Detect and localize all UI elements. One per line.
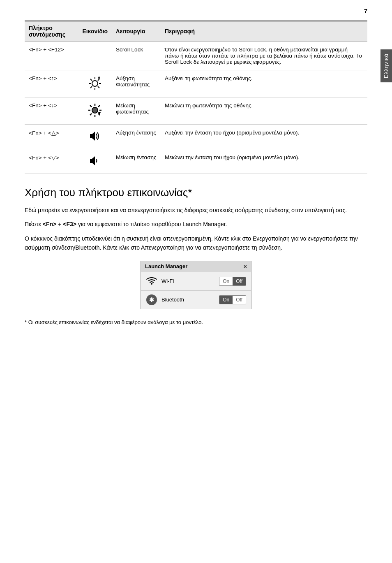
lm-wifi-row: Wi-Fi On Off <box>141 272 251 291</box>
lm-bluetooth-off-button[interactable]: Off <box>233 296 246 304</box>
side-tab-language: Ελληνικά <box>380 49 392 82</box>
col-header-function: Λειτουργία <box>112 21 161 42</box>
launch-manager-dialog: Launch Manager × Wi-Fi On Off <box>141 261 251 309</box>
svg-point-22 <box>151 283 152 285</box>
description-cell: Μειώνει την ένταση του ήχου (ορισμένα μο… <box>161 149 367 174</box>
shortcut-cell: <Fn> + <△> <box>25 125 78 149</box>
function-cell: Αύξηση έντασης <box>112 125 161 149</box>
function-cell: Μείωση έντασης <box>112 149 161 174</box>
lm-wifi-toggle[interactable]: On Off <box>219 277 246 286</box>
dialog-wrapper: Launch Manager × Wi-Fi On Off <box>25 261 367 309</box>
icon-cell <box>78 70 112 97</box>
shortcut-cell: <Fn> + <↓> <box>25 97 78 125</box>
svg-point-10 <box>92 107 98 113</box>
description-cell: Όταν είναι ενεργοποιημένο το Scroll Lock… <box>161 42 367 70</box>
description-cell: Αυξάνει την ένταση του ήχου (ορισμένα μο… <box>161 125 367 149</box>
launch-manager-close-button[interactable]: × <box>244 263 247 270</box>
svg-marker-20 <box>90 132 95 141</box>
svg-line-18 <box>90 114 92 115</box>
section-para-1: Εδώ μπορείτε να ενεργοποιήσετε και να απ… <box>25 206 367 215</box>
launch-manager-titlebar: Launch Manager × <box>141 261 251 272</box>
svg-line-8 <box>90 86 92 88</box>
col-header-icon: Εικονίδιο <box>78 21 112 42</box>
shortcut-cell: <Fn> + <F12> <box>25 42 78 70</box>
svg-marker-9 <box>98 76 100 79</box>
description-cell: Αυξάνει τη φωτεινότητα της οθόνης. <box>161 70 367 97</box>
icon-cell <box>78 42 112 70</box>
col-header-description: Περιγραφή <box>161 21 367 42</box>
icon-cell <box>78 125 112 149</box>
lm-bluetooth-row: ✱ Bluetooth On Off <box>141 291 251 309</box>
svg-point-0 <box>92 81 98 86</box>
lm-wifi-off-button[interactable]: Off <box>233 277 246 285</box>
table-row: <Fn> + <↑> <box>25 70 367 97</box>
brightness-down-icon <box>87 102 103 118</box>
lm-bluetooth-on-button[interactable]: On <box>219 296 233 304</box>
volume-down-icon <box>88 154 101 167</box>
col-header-shortcut: Πλήκτρο συντόμευσης <box>25 21 78 42</box>
svg-marker-21 <box>90 156 95 165</box>
table-row: <Fn> + <F12> Scroll Lock Όταν είναι ενερ… <box>25 42 367 70</box>
function-cell: Αύξηση Φωτεινότητας <box>112 70 161 97</box>
icon-cell <box>78 97 112 125</box>
launch-manager-title: Launch Manager <box>145 263 187 269</box>
bluetooth-icon: ✱ <box>146 294 157 306</box>
lm-bluetooth-toggle[interactable]: On Off <box>219 295 246 304</box>
shortcut-cell: <Fn> + <▽> <box>25 149 78 174</box>
page-number: 7 <box>364 7 367 14</box>
section-para-2: Πιέστε <Fn> + <F3> για να εμφανιστεί το … <box>25 220 367 229</box>
table-row: <Fn> + <△> Αύξηση έντασης Αυξάνει την έν… <box>25 125 367 149</box>
volume-up-icon <box>88 130 101 143</box>
description-cell: Μειώνει τη φωτεινότητα της οθόνης. <box>161 97 367 125</box>
wifi-icon <box>146 276 157 287</box>
table-row: <Fn> + <↓> <box>25 97 367 125</box>
svg-line-5 <box>90 79 92 81</box>
table-row: <Fn> + <▽> Μείωση έντασης Μειώνει την έν… <box>25 149 367 174</box>
footnote: * Οι συσκευές επικοινωνίας ενδέχεται να … <box>25 319 367 325</box>
brightness-up-icon <box>87 75 103 91</box>
section-para-3: Ο κόκκινος διακόπτης υποδεικνύει ότι η σ… <box>25 234 367 253</box>
svg-line-6 <box>98 86 99 88</box>
bluetooth-symbol: ✱ <box>146 294 157 305</box>
section-title: Χρήση του πλήκτρου επικοινωνίας* <box>25 186 367 199</box>
svg-line-17 <box>98 105 100 107</box>
svg-line-15 <box>90 105 92 107</box>
lm-wifi-label: Wi-Fi <box>161 278 215 284</box>
function-cell: Scroll Lock <box>112 42 161 70</box>
shortcut-table: Πλήκτρο συντόμευσης Εικονίδιο Λειτουργία… <box>25 21 367 174</box>
function-cell: Μείωση φωτεινότητας <box>112 97 161 125</box>
svg-line-7 <box>98 79 99 81</box>
lm-bluetooth-label: Bluetooth <box>161 297 215 303</box>
shortcut-cell: <Fn> + <↑> <box>25 70 78 97</box>
lm-wifi-on-button[interactable]: On <box>219 277 233 285</box>
icon-cell <box>78 149 112 174</box>
